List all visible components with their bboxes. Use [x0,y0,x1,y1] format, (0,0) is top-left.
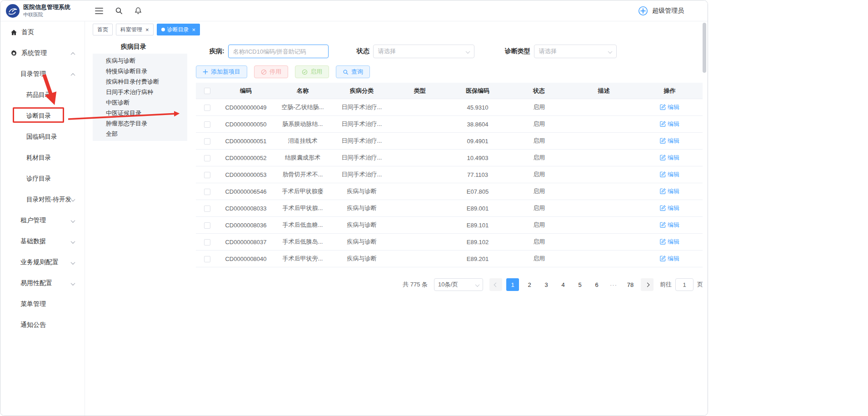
catalog-list-item[interactable]: 特慢病诊断目录 [93,66,187,76]
cell-name: 结膜囊成形术 [273,154,332,162]
sidebar-item[interactable]: 易用性配置 [0,273,85,294]
edit-button[interactable]: 编辑 [660,255,679,263]
edit-button[interactable]: 编辑 [660,103,679,111]
user-area[interactable]: 超级管理员 [638,6,708,16]
catalog-list-item[interactable]: 肿瘤形态学目录 [93,118,187,129]
status-select[interactable]: 请选择 [373,45,474,58]
query-button[interactable]: 查询 [336,65,370,78]
edit-button[interactable]: 编辑 [660,120,679,128]
page-size-value: 10条/页 [438,281,458,289]
edit-button[interactable]: 编辑 [660,187,679,195]
status-select-value: 请选择 [378,47,396,55]
col-header-code: 编码 [219,87,273,95]
sidebar-item[interactable]: 通知公告 [0,315,85,336]
edit-button[interactable]: 编辑 [660,238,679,246]
sidebar-item-label: 诊疗目录 [26,175,51,183]
chevron-down-icon [71,218,75,223]
enable-button[interactable]: 启用 [295,65,329,78]
page-number[interactable]: 5 [574,278,586,291]
view-tab[interactable]: 科室管理 × [116,24,154,35]
edit-button[interactable]: 编辑 [660,204,679,212]
page-number[interactable]: 78 [624,278,637,291]
search-icon[interactable] [115,7,123,15]
cell-code: CD0000008036 [219,222,273,229]
sidebar-item[interactable]: 租户管理 [0,210,85,231]
sidebar-item[interactable]: 菜单管理 [0,294,85,315]
sidebar-item-label: 通知公告 [20,321,46,329]
table-row: CD0000006546 手术后甲状腺瘘 疾病与诊断 E07.805 启用 [196,183,703,200]
cell-code: CD0000000050 [219,121,273,128]
sidebar-item[interactable]: 诊疗目录 [0,168,85,189]
row-checkbox[interactable] [204,121,210,128]
sidebar-item[interactable]: 首页 [0,22,85,43]
brand-text: 医院信息管理系统 中联医院 [23,4,70,18]
page-number[interactable]: 3 [540,278,553,291]
sidebar-item[interactable]: 诊断目录 [0,105,85,126]
sidebar-item[interactable]: 系统管理 [0,43,85,64]
view-tab[interactable]: 诊断目录 × [157,24,200,35]
add-item-button[interactable]: 添加新项目 [196,65,247,78]
edit-label: 编辑 [668,103,679,111]
diagnosis-type-select[interactable]: 请选择 [534,45,617,58]
page-number[interactable]: 6 [590,278,603,291]
catalog-list-item[interactable]: 中医证候目录 [93,108,187,118]
app-title: 医院信息管理系统 [23,4,70,11]
edit-icon [660,188,666,194]
catalog-list-item[interactable]: 日间手术治疗病种 [93,87,187,97]
next-page-button[interactable] [641,278,653,291]
row-checkbox[interactable] [204,256,210,262]
row-checkbox[interactable] [204,222,210,229]
row-checkbox[interactable] [204,105,210,111]
row-checkbox[interactable] [204,155,210,161]
cell-insurance-code: E89.102 [448,239,507,246]
goto-page-input[interactable] [675,278,693,291]
disease-search-input[interactable] [228,45,329,58]
view-tab[interactable]: 首页 [93,24,113,35]
goto-unit-label: 页 [697,281,703,289]
edit-button[interactable]: 编辑 [660,170,679,179]
toolbar: 添加新项目 停用 启用 查询 [196,65,703,78]
cell-code: CD0000000053 [219,171,273,178]
cell-name: 手术后甲状旁... [273,255,332,263]
edit-button[interactable]: 编辑 [660,221,679,229]
sidebar-item[interactable]: 基础数据 [0,231,85,252]
cell-name: 肠系膜动脉结... [273,120,332,128]
page-number[interactable]: 2 [523,278,536,291]
sidebar-item[interactable]: 耗材目录 [0,147,85,168]
row-checkbox[interactable] [204,205,210,212]
close-icon[interactable]: × [145,27,149,33]
page-number[interactable]: 1 [506,278,519,291]
page-number[interactable]: ··· [607,278,620,291]
page-size-select[interactable]: 10条/页 [434,278,483,291]
catalog-list-item[interactable]: 按病种目录付费诊断 [93,76,187,87]
close-icon[interactable]: × [192,27,196,33]
chevron-up-icon [71,52,75,57]
page-number[interactable]: 4 [557,278,569,291]
select-all-checkbox[interactable] [204,88,210,94]
row-checkbox[interactable] [204,189,210,195]
sidebar-item[interactable]: 国临码目录 [0,126,85,147]
catalog-list-item[interactable]: 中医诊断 [93,97,187,108]
edit-icon [660,121,666,127]
active-dot-icon [161,28,165,31]
sidebar-item[interactable]: 业务规则配置 [0,252,85,273]
row-checkbox[interactable] [204,138,210,145]
disable-button[interactable]: 停用 [254,65,288,78]
row-checkbox[interactable] [204,239,210,246]
scrollbar-thumb[interactable] [703,23,706,73]
main-area: 首页 科室管理 × 诊断目录 × [85,21,708,416]
edit-icon [660,205,666,211]
sidebar-item[interactable]: 药品目录 [0,85,85,105]
edit-icon [660,171,666,177]
sidebar-item[interactable]: 目录管理 [0,64,85,85]
row-checkbox[interactable] [204,172,210,178]
prev-page-button[interactable] [489,278,502,291]
catalog-list-item[interactable]: 疾病与诊断 [93,55,187,66]
app-window: 医院信息管理系统 中联医院 超级管理员 [0,0,708,416]
edit-button[interactable]: 编辑 [660,154,679,162]
menu-collapse-icon[interactable] [95,8,103,14]
bell-icon[interactable] [135,7,142,15]
catalog-list-item[interactable]: 全部 [93,129,187,139]
edit-button[interactable]: 编辑 [660,137,679,145]
sidebar-item[interactable]: 目录对照-待开发 [0,189,85,210]
